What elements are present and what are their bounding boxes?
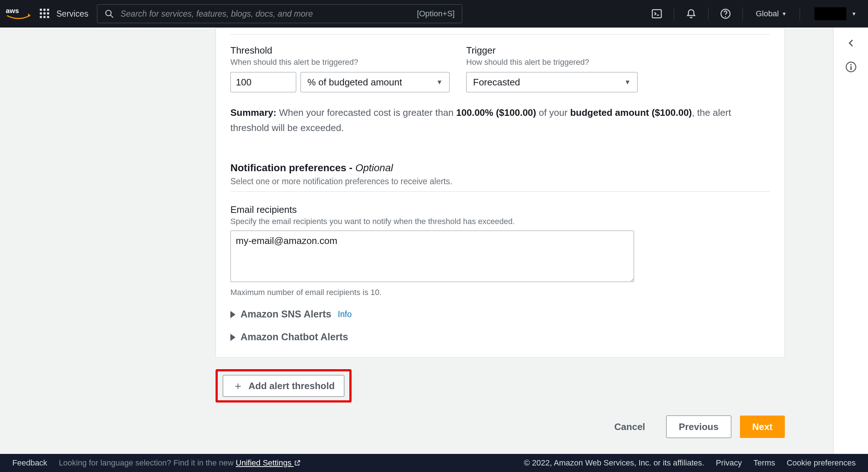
aws-logo[interactable]: aws — [6, 6, 31, 21]
search-input[interactable] — [120, 9, 411, 19]
collapse-help-icon[interactable] — [843, 35, 859, 51]
wizard-buttons: Cancel Previous Next — [216, 416, 785, 438]
threshold-label: Threshold — [230, 45, 451, 56]
caret-down-icon: ▼ — [782, 11, 787, 17]
global-nav: aws Services [Option+S] Global▼ ▼ — [0, 0, 868, 28]
divider — [230, 34, 770, 35]
svg-rect-3 — [652, 10, 661, 18]
add-threshold-wrap: ＋ Add alert threshold — [216, 369, 785, 403]
triangle-right-icon — [230, 334, 235, 341]
trigger-select[interactable]: Forecasted▼ — [466, 72, 638, 92]
svg-line-2 — [110, 15, 113, 18]
info-link[interactable]: Info — [338, 309, 352, 319]
search-shortcut: [Option+S] — [417, 9, 455, 18]
cancel-button[interactable]: Cancel — [602, 416, 658, 438]
terms-link[interactable]: Terms — [753, 458, 775, 468]
threshold-field: Threshold When should this alert be trig… — [230, 45, 451, 92]
notifications-icon[interactable] — [683, 5, 699, 22]
feedback-link[interactable]: Feedback — [12, 458, 47, 468]
help-icon[interactable] — [717, 5, 734, 22]
triangle-right-icon — [230, 311, 235, 318]
language-hint: Looking for language selection? Find it … — [59, 458, 301, 468]
search-icon — [105, 9, 114, 18]
email-recipients-textarea[interactable]: my-email@amazon.com — [230, 231, 634, 282]
page-body: Threshold When should this alert be trig… — [0, 28, 868, 454]
trigger-field: Trigger How should this alert be trigger… — [466, 45, 647, 92]
content-column: Threshold When should this alert be trig… — [216, 28, 785, 454]
alert-config-panel: Threshold When should this alert be trig… — [216, 28, 785, 358]
trigger-label: Trigger — [466, 45, 647, 56]
help-panel-rail — [833, 28, 868, 454]
email-recipients-sub: Specify the email recipients you want to… — [230, 217, 770, 226]
threshold-sub: When should this alert be triggered? — [230, 58, 451, 67]
threshold-input[interactable] — [230, 72, 296, 92]
email-max-note: Maximum number of email recipients is 10… — [230, 288, 770, 297]
global-search[interactable]: [Option+S] — [97, 4, 462, 23]
divider — [230, 191, 770, 192]
notification-prefs-header: Notification preferences - Optional — [230, 162, 770, 174]
copyright: © 2022, Amazon Web Services, Inc. or its… — [524, 458, 704, 468]
svg-rect-8 — [850, 66, 851, 70]
cloudshell-icon[interactable] — [648, 5, 665, 22]
svg-point-7 — [850, 64, 852, 66]
svg-point-1 — [106, 10, 111, 16]
caret-down-icon: ▼ — [436, 79, 443, 86]
summary-text: Summary: When your forecasted cost is gr… — [230, 105, 751, 135]
threshold-unit-select[interactable]: % of budgeted amount▼ — [301, 72, 450, 92]
external-link-icon — [294, 459, 301, 467]
account-menu[interactable]: ▼ — [809, 7, 862, 20]
cookie-prefs-link[interactable]: Cookie preferences — [787, 458, 856, 468]
highlight-box: ＋ Add alert threshold — [216, 369, 352, 403]
next-button[interactable]: Next — [740, 416, 785, 438]
previous-button[interactable]: Previous — [666, 416, 731, 438]
chatbot-alerts-expander[interactable]: Amazon Chatbot Alerts — [230, 332, 770, 343]
notification-prefs-sub: Select one or more notification preferen… — [230, 177, 770, 186]
add-alert-threshold-button[interactable]: ＋ Add alert threshold — [223, 375, 344, 397]
plus-icon: ＋ — [233, 380, 243, 391]
privacy-link[interactable]: Privacy — [716, 458, 742, 468]
region-selector[interactable]: Global▼ — [752, 9, 791, 18]
caret-down-icon: ▼ — [624, 79, 631, 86]
console-footer: Feedback Looking for language selection?… — [0, 454, 868, 472]
unified-settings-link[interactable]: Unified Settings — [236, 458, 301, 467]
services-link[interactable]: Services — [56, 9, 88, 19]
svg-text:aws: aws — [6, 7, 19, 14]
trigger-sub: How should this alert be triggered? — [466, 58, 647, 67]
info-circle-icon[interactable] — [843, 59, 859, 75]
sns-alerts-expander[interactable]: Amazon SNS Alerts Info — [230, 309, 770, 320]
email-recipients-label: Email recipients — [230, 204, 770, 215]
caret-down-icon: ▼ — [851, 11, 856, 17]
svg-point-5 — [725, 16, 726, 17]
account-id-redacted — [814, 7, 846, 20]
services-grid-icon[interactable] — [40, 9, 50, 19]
